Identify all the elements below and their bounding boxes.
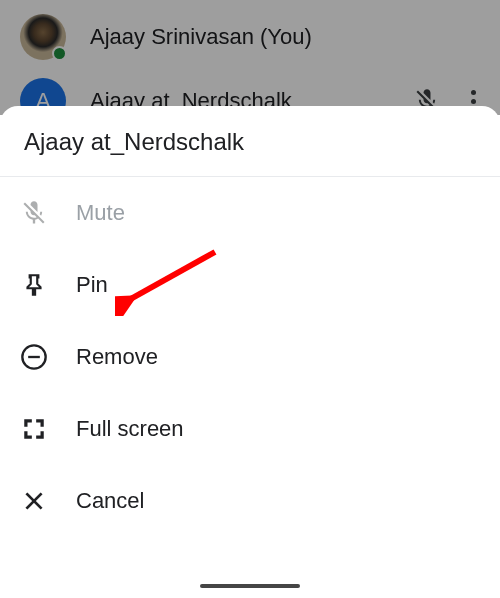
menu-label: Pin xyxy=(76,272,108,298)
menu-label: Cancel xyxy=(76,488,144,514)
mic-muted-icon xyxy=(20,199,48,227)
modal-overlay[interactable] xyxy=(0,0,500,115)
menu-list: Mute Pin Remove xyxy=(0,177,500,598)
menu-item-cancel[interactable]: Cancel xyxy=(0,465,500,537)
menu-item-remove[interactable]: Remove xyxy=(0,321,500,393)
sheet-title: Ajaay at_Nerdschalk xyxy=(0,106,500,177)
menu-label: Full screen xyxy=(76,416,184,442)
remove-icon xyxy=(20,343,48,371)
menu-label: Mute xyxy=(76,200,125,226)
bottom-handle xyxy=(200,584,300,588)
menu-item-fullscreen[interactable]: Full screen xyxy=(0,393,500,465)
pin-icon xyxy=(20,271,48,299)
menu-item-mute: Mute xyxy=(0,177,500,249)
close-icon xyxy=(20,487,48,515)
action-sheet: Ajaay at_Nerdschalk Mute Pin xyxy=(0,106,500,598)
menu-label: Remove xyxy=(76,344,158,370)
menu-item-pin[interactable]: Pin xyxy=(0,249,500,321)
fullscreen-icon xyxy=(20,415,48,443)
